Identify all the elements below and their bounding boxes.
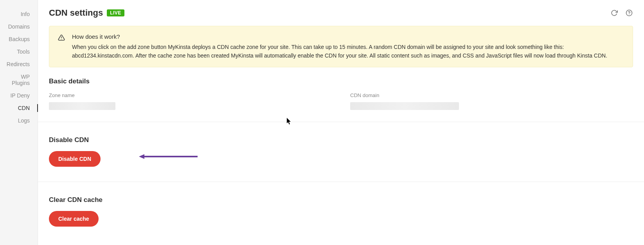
sidebar-item-label: WP Plugins [12, 74, 30, 86]
sidebar-item-cdn[interactable]: CDN [0, 102, 38, 114]
info-banner-title: How does it work? [72, 33, 624, 40]
cdn-domain-label: CDN domain [350, 92, 460, 98]
info-banner: How does it work? When you click on the … [49, 26, 633, 67]
sidebar-item-label: Logs [18, 117, 30, 124]
clear-cache-section: Clear CDN cache Clear cache [49, 196, 633, 227]
info-banner-content: How does it work? When you click on the … [72, 33, 624, 60]
divider [38, 122, 644, 122]
sidebar-item-wp-plugins[interactable]: WP Plugins [0, 70, 38, 89]
sidebar-item-backups[interactable]: Backups [0, 33, 38, 45]
zone-name-label: Zone name [49, 92, 158, 98]
refresh-icon[interactable] [610, 9, 618, 17]
main-content: CDN settings LIVE How does it work? When… [38, 0, 644, 245]
sidebar-item-label: CDN [18, 105, 30, 111]
page-title: CDN settings [49, 8, 103, 18]
basic-details-grid: Zone name CDN domain [49, 92, 633, 122]
disable-cdn-heading: Disable CDN [49, 136, 633, 144]
warning-icon [58, 34, 65, 41]
sidebar-item-label: IP Deny [10, 92, 30, 99]
disable-cdn-section: Disable CDN Disable CDN [49, 136, 633, 167]
header-right [610, 9, 633, 17]
info-banner-body: When you click on the add zone button My… [72, 43, 624, 60]
sidebar-item-label: Backups [9, 36, 30, 42]
sidebar: Info Domains Backups Tools Redirects WP … [0, 0, 38, 245]
sidebar-item-redirects[interactable]: Redirects [0, 58, 38, 70]
sidebar-item-label: Info [21, 11, 30, 17]
zone-name-value [49, 102, 115, 110]
sidebar-item-logs[interactable]: Logs [0, 114, 38, 127]
help-icon[interactable] [625, 9, 633, 17]
cdn-domain-value [350, 102, 459, 110]
sidebar-item-label: Domains [8, 23, 30, 30]
zone-name-col: Zone name [49, 92, 158, 110]
sidebar-item-label: Redirects [7, 61, 30, 67]
sidebar-item-info[interactable]: Info [0, 8, 38, 20]
divider [38, 182, 644, 182]
basic-details-heading: Basic details [49, 77, 633, 85]
disable-cdn-button[interactable]: Disable CDN [49, 151, 101, 167]
sidebar-item-domains[interactable]: Domains [0, 20, 38, 33]
sidebar-item-label: Tools [17, 49, 30, 55]
clear-cache-heading: Clear CDN cache [49, 196, 633, 204]
page-header: CDN settings LIVE [49, 8, 633, 18]
header-left: CDN settings LIVE [49, 8, 124, 18]
sidebar-item-ip-deny[interactable]: IP Deny [0, 89, 38, 102]
live-badge: LIVE [107, 9, 124, 16]
cdn-domain-col: CDN domain [350, 92, 460, 110]
clear-cache-button[interactable]: Clear cache [49, 211, 99, 227]
sidebar-item-tools[interactable]: Tools [0, 45, 38, 58]
